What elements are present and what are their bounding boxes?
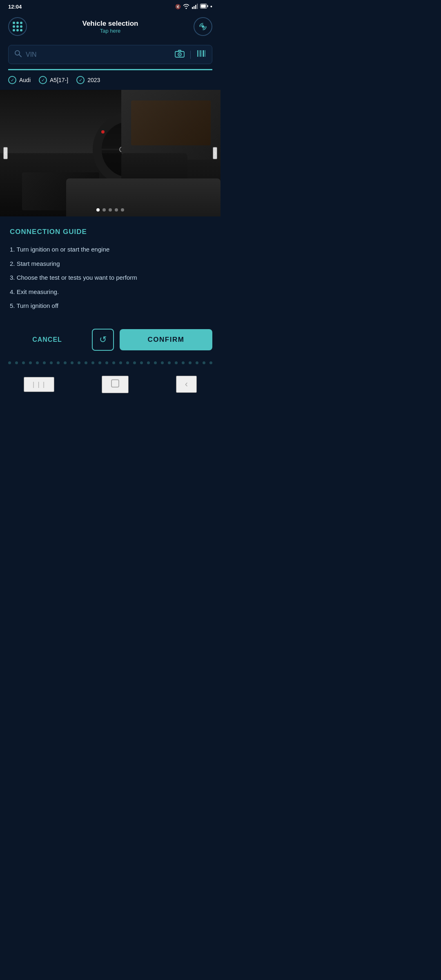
- car-image-section: ‹ ›: [0, 90, 220, 216]
- barcode-icon[interactable]: [196, 49, 206, 60]
- decorative-dots: [0, 357, 220, 371]
- deco-dot: [50, 361, 53, 364]
- svg-rect-18: [205, 50, 205, 57]
- svg-rect-16: [202, 50, 202, 57]
- check-icon-model: ✓: [39, 76, 47, 84]
- divider: [190, 51, 191, 59]
- deco-dot: [189, 361, 192, 364]
- seat: [66, 178, 220, 216]
- deco-dot: [175, 361, 178, 364]
- model-label: A5[17-]: [50, 77, 68, 83]
- deco-dot: [112, 361, 115, 364]
- deco-dot: [119, 361, 122, 364]
- nav-title: Vehicle selection: [82, 20, 138, 28]
- deco-dot: [8, 361, 11, 364]
- mute-icon: 🔇: [175, 4, 181, 9]
- check-icon-year: ✓: [76, 76, 85, 84]
- deco-dot: [182, 361, 185, 364]
- svg-rect-5: [207, 5, 208, 7]
- menu-button[interactable]: [8, 17, 27, 36]
- refresh-button[interactable]: ↺: [92, 329, 114, 351]
- bottom-actions: CANCEL ↺ CONFIRM: [0, 319, 220, 357]
- breadcrumb: ✓ Audi ✓ A5[17-] ✓ 2023: [0, 70, 220, 90]
- cancel-button[interactable]: CANCEL: [8, 330, 86, 350]
- deco-dot: [161, 361, 164, 364]
- back-button[interactable]: ‹: [176, 376, 197, 393]
- deco-dot: [15, 361, 18, 364]
- guide-step-2: 2. Start measuring: [10, 259, 211, 269]
- deco-dot: [196, 361, 198, 364]
- dot-indicator: •: [210, 3, 212, 10]
- deco-dot: [91, 361, 94, 364]
- radio-button[interactable]: [194, 17, 212, 36]
- deco-dot: [98, 361, 101, 364]
- deco-dot: [29, 361, 32, 364]
- svg-point-12: [179, 54, 180, 55]
- svg-rect-1: [194, 6, 195, 9]
- nav-title-wrap: Vehicle selection Tap here: [82, 20, 138, 34]
- top-nav: Vehicle selection Tap here: [0, 13, 220, 40]
- make-label: Audi: [19, 77, 31, 83]
- connection-guide: CONNECTION GUIDE 1. Turn ignition on or …: [0, 216, 220, 319]
- svg-point-7: [202, 25, 204, 28]
- deco-dot: [203, 361, 205, 364]
- confirm-button[interactable]: CONFIRM: [120, 329, 212, 350]
- grid-icon: [13, 22, 22, 31]
- prev-image-button[interactable]: ‹: [3, 147, 8, 159]
- breadcrumb-item-year[interactable]: ✓ 2023: [76, 76, 100, 84]
- status-icons: 🔇 •: [175, 3, 212, 10]
- search-section: VIN: [0, 40, 220, 69]
- wifi-icon: [183, 3, 189, 10]
- deco-dot: [209, 361, 212, 364]
- dot-4: [115, 208, 118, 212]
- dot-3: [109, 208, 112, 212]
- status-time: 12:04: [8, 4, 22, 10]
- deco-dot: [105, 361, 108, 364]
- recent-apps-button[interactable]: | | |: [24, 377, 54, 392]
- deco-dot: [43, 361, 46, 364]
- deco-dot: [57, 361, 60, 364]
- deco-dot: [64, 361, 67, 364]
- dot-5: [121, 208, 124, 212]
- android-nav-bar: | | | ‹: [0, 371, 220, 397]
- signal-icon: [192, 3, 198, 10]
- svg-rect-15: [200, 50, 201, 57]
- svg-line-9: [19, 55, 21, 57]
- deco-dot: [22, 361, 25, 364]
- svg-rect-14: [199, 50, 199, 57]
- dot-1: [96, 208, 100, 212]
- deco-dot: [168, 361, 171, 364]
- recent-apps-icon: | | |: [33, 381, 45, 388]
- deco-dot: [71, 361, 74, 364]
- camera-icon[interactable]: [175, 49, 185, 60]
- dot-2: [102, 208, 106, 212]
- deco-dot: [78, 361, 80, 364]
- guide-step-3: 3. Choose the test or tests you want to …: [10, 273, 211, 283]
- svg-rect-13: [197, 50, 198, 57]
- deco-dot: [154, 361, 157, 364]
- deco-dot: [147, 361, 150, 364]
- check-icon-make: ✓: [8, 76, 16, 84]
- status-bar: 12:04 🔇 •: [0, 0, 220, 13]
- guide-steps: 1. Turn ignition on or start the engine …: [10, 245, 211, 311]
- search-actions: [175, 49, 206, 60]
- guide-title: CONNECTION GUIDE: [10, 228, 211, 236]
- vin-input[interactable]: VIN: [26, 51, 171, 58]
- radio-icon: [198, 22, 207, 31]
- breadcrumb-item-model[interactable]: ✓ A5[17-]: [39, 76, 68, 84]
- next-image-button[interactable]: ›: [213, 147, 217, 159]
- infotainment-screen: [121, 90, 220, 160]
- breadcrumb-item-make[interactable]: ✓ Audi: [8, 76, 31, 84]
- refresh-icon: ↺: [99, 334, 107, 345]
- guide-step-4: 4. Exit measuring.: [10, 287, 211, 297]
- deco-dot: [36, 361, 39, 364]
- svg-rect-19: [111, 380, 119, 387]
- home-button[interactable]: [102, 376, 129, 393]
- guide-step-5: 5. Turn ignition off: [10, 301, 211, 311]
- svg-rect-6: [201, 4, 206, 8]
- nav-subtitle[interactable]: Tap here: [82, 28, 138, 34]
- home-icon: [111, 381, 120, 390]
- svg-rect-2: [195, 5, 196, 9]
- deco-dot: [133, 361, 136, 364]
- deco-dot: [85, 361, 87, 364]
